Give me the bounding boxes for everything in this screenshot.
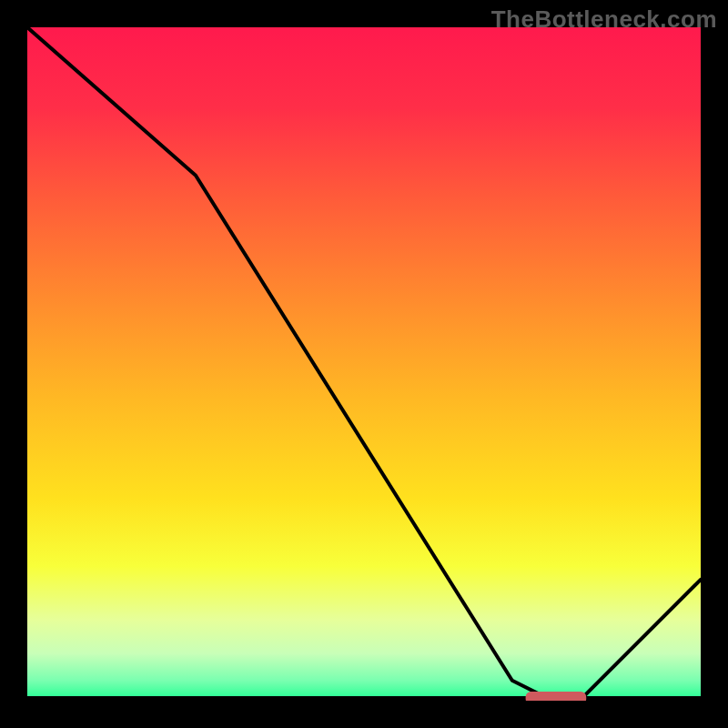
chart-svg — [27, 27, 701, 701]
chart-container: TheBottleneck.com — [0, 0, 728, 728]
watermark-text: TheBottleneck.com — [491, 5, 717, 34]
baseline-axis — [27, 696, 701, 701]
plot-area — [27, 27, 701, 701]
optimal-marker — [526, 692, 587, 701]
gradient-background — [27, 27, 701, 701]
